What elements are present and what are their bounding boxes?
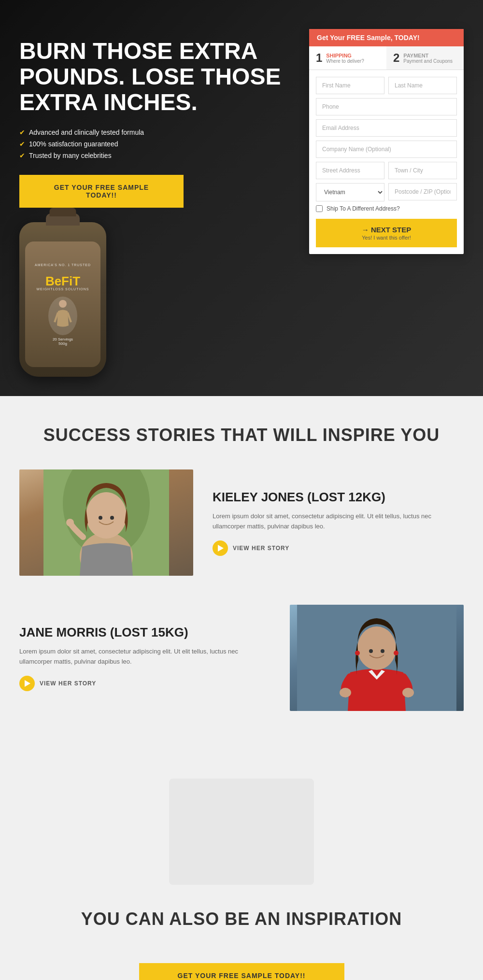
order-form-panel: Get Your FREE Sample, TODAY! 1 SHIPPING … bbox=[309, 29, 464, 254]
svg-point-7 bbox=[99, 516, 102, 520]
success-section-title: SUCCESS STORIES THAT WILL INSPIRE YOU bbox=[19, 425, 464, 445]
story-link-2[interactable]: VIEW HER STORY bbox=[19, 676, 270, 691]
check-icon-2: ✔ bbox=[19, 140, 25, 148]
form-header: Get Your FREE Sample, TODAY! bbox=[309, 29, 464, 46]
story-text-2: Lorem ipsum dolor sit amet, consectetur … bbox=[19, 647, 270, 667]
town-field bbox=[388, 162, 457, 179]
form-step-1[interactable]: 1 SHIPPING Where to deliver? bbox=[309, 46, 386, 70]
story-link-1[interactable]: VIEW HER STORY bbox=[213, 540, 464, 556]
step1-title: SHIPPING bbox=[326, 53, 364, 58]
country-field: Vietnam United States United Kingdom Aus… bbox=[316, 183, 384, 201]
step1-subtitle: Where to deliver? bbox=[326, 58, 364, 64]
step2-info: PAYMENT Payment and Coupons bbox=[403, 53, 453, 64]
company-input[interactable] bbox=[316, 141, 457, 158]
story-link-text-2: VIEW HER STORY bbox=[40, 680, 96, 687]
bottle-figure bbox=[53, 299, 72, 333]
bottle-brand-name: BeFiT bbox=[45, 275, 80, 287]
hero-features-list: ✔ Advanced and clinically tested formula… bbox=[19, 128, 295, 159]
email-row bbox=[316, 119, 457, 137]
phone-row bbox=[316, 98, 457, 115]
story-row-2: JANE MORRIS (LOST 15KG) Lorem ipsum dolo… bbox=[19, 605, 464, 711]
story-link-text-1: VIEW HER STORY bbox=[233, 545, 289, 552]
submit-button-text: → NEXT STEP bbox=[323, 226, 450, 234]
bottle-label: AMERICA'S NO. 1 TRUSTED Dr. Smith's BeFi… bbox=[25, 241, 100, 367]
success-section: SUCCESS STORIES THAT WILL INSPIRE YOU bbox=[0, 396, 483, 769]
story-name-1: KIELEY JONES (LOST 12KG) bbox=[213, 490, 464, 505]
bottle-brand-small: AMERICA'S NO. 1 TRUSTED bbox=[35, 263, 91, 267]
phone-input[interactable] bbox=[316, 98, 457, 115]
step1-number: 1 bbox=[316, 51, 322, 65]
ship-different-checkbox[interactable] bbox=[316, 205, 323, 212]
first-name-field bbox=[316, 77, 384, 94]
step1-info: SHIPPING Where to deliver? bbox=[326, 53, 364, 64]
person2-svg bbox=[297, 605, 456, 711]
step2-subtitle: Payment and Coupons bbox=[403, 58, 453, 64]
feature-item-2: ✔ 100% satisfaction guaranteed bbox=[19, 140, 295, 148]
hero-cta-button[interactable]: GET YOUR FREE SAMPLE TODAY!! bbox=[19, 175, 184, 208]
svg-point-15 bbox=[369, 649, 373, 653]
email-input[interactable] bbox=[316, 119, 457, 137]
form-body: Vietnam United States United Kingdom Aus… bbox=[309, 70, 464, 254]
bottle-sub: WEIGHTLOSS SOLUTIONS bbox=[36, 287, 89, 291]
postcode-input[interactable] bbox=[388, 183, 457, 200]
feature-item-3: ✔ Trusted by many celebrities bbox=[19, 152, 295, 159]
story-content-2: JANE MORRIS (LOST 15KG) Lorem ipsum dolo… bbox=[19, 625, 270, 691]
submit-button[interactable]: → NEXT STEP Yes! I want this offer! bbox=[316, 219, 457, 247]
bottle-serving: 20 Servings500g bbox=[53, 337, 73, 346]
inspiration-title: YOU CAN ALSO BE AN INSPIRATION bbox=[19, 909, 464, 929]
ship-different-label: Ship To A Different Address? bbox=[327, 205, 400, 212]
step2-number: 2 bbox=[393, 51, 399, 65]
inspiration-section: YOU CAN ALSO BE AN INSPIRATION GET YOUR … bbox=[0, 769, 483, 980]
story-image-1 bbox=[19, 469, 193, 576]
name-row bbox=[316, 77, 457, 94]
svg-point-6 bbox=[86, 492, 127, 539]
svg-point-12 bbox=[357, 626, 396, 670]
person1-background bbox=[19, 469, 193, 576]
hero-title: BURN THOSE EXTRA POUNDS. LOSE THOSE EXTR… bbox=[19, 39, 295, 115]
first-name-input[interactable] bbox=[316, 77, 384, 94]
last-name-input[interactable] bbox=[388, 77, 457, 94]
address-row bbox=[316, 162, 457, 179]
last-name-field bbox=[388, 77, 457, 94]
check-icon-3: ✔ bbox=[19, 152, 25, 159]
hero-left-content: BURN THOSE EXTRA POUNDS. LOSE THOSE EXTR… bbox=[19, 29, 309, 377]
postcode-field bbox=[388, 183, 457, 201]
country-select[interactable]: Vietnam United States United Kingdom Aus… bbox=[316, 183, 384, 201]
svg-point-14 bbox=[394, 651, 398, 655]
ship-different-row: Ship To A Different Address? bbox=[316, 205, 457, 212]
svg-point-9 bbox=[66, 519, 74, 526]
step2-title: PAYMENT bbox=[403, 53, 453, 58]
play-triangle-2 bbox=[25, 680, 30, 687]
submit-button-sub: Yes! I want this offer! bbox=[323, 235, 450, 241]
story-content-1: KIELEY JONES (LOST 12KG) Lorem ipsum dol… bbox=[213, 490, 464, 556]
phone-field bbox=[316, 98, 457, 115]
story-text-1: Lorem ipsum dolor sit amet, consectetur … bbox=[213, 511, 464, 532]
email-field bbox=[316, 119, 457, 137]
play-triangle-1 bbox=[218, 545, 224, 552]
company-field bbox=[316, 141, 457, 158]
svg-point-8 bbox=[110, 516, 114, 520]
hero-section: BURN THOSE EXTRA POUNDS. LOSE THOSE EXTR… bbox=[0, 0, 483, 396]
person2-background bbox=[290, 605, 464, 711]
product-bottle: AMERICA'S NO. 1 TRUSTED Dr. Smith's BeFi… bbox=[19, 222, 106, 377]
form-step-2[interactable]: 2 PAYMENT Payment and Coupons bbox=[386, 46, 464, 70]
svg-point-16 bbox=[381, 649, 384, 653]
inspiration-bg-shape bbox=[169, 779, 314, 885]
street-field bbox=[316, 162, 384, 179]
svg-point-18 bbox=[402, 688, 414, 697]
country-row: Vietnam United States United Kingdom Aus… bbox=[316, 183, 457, 201]
person1-svg bbox=[43, 469, 169, 576]
story-name-2: JANE MORRIS (LOST 15KG) bbox=[19, 625, 270, 640]
story-image-2 bbox=[290, 605, 464, 711]
story-row-1: KIELEY JONES (LOST 12KG) Lorem ipsum dol… bbox=[19, 469, 464, 576]
town-input[interactable] bbox=[388, 162, 457, 179]
feature-item-1: ✔ Advanced and clinically tested formula bbox=[19, 128, 295, 136]
play-button-2[interactable] bbox=[19, 676, 35, 691]
svg-point-13 bbox=[355, 651, 360, 655]
play-button-1[interactable] bbox=[213, 540, 228, 556]
check-icon-1: ✔ bbox=[19, 128, 25, 136]
svg-point-17 bbox=[340, 688, 351, 697]
company-row bbox=[316, 141, 457, 158]
inspiration-cta-button[interactable]: GET YOUR FREE SAMPLE TODAY!! bbox=[139, 963, 344, 980]
street-input[interactable] bbox=[316, 162, 384, 179]
